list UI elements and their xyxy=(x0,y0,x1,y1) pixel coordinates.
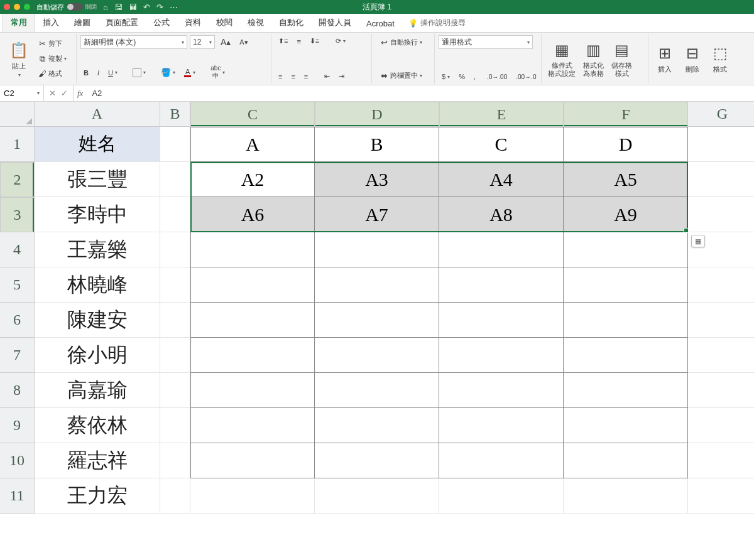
cell-F2[interactable]: A5 xyxy=(564,162,688,197)
cell-G9[interactable] xyxy=(688,408,754,443)
row-header-8[interactable]: 8 xyxy=(0,373,35,408)
cell-C10[interactable] xyxy=(190,443,315,478)
tab-draw[interactable]: 繪圖 xyxy=(67,13,98,32)
undo-icon[interactable]: ↶ xyxy=(143,3,150,12)
font-size-select[interactable]: 12▾ xyxy=(190,35,215,49)
decrease-indent-button[interactable]: ⇤ xyxy=(321,70,333,82)
comma-button[interactable]: , xyxy=(471,71,479,82)
cell-E4[interactable] xyxy=(439,232,564,267)
cell-C4[interactable] xyxy=(190,232,315,267)
cell-B9[interactable] xyxy=(160,408,190,443)
cell-F9[interactable] xyxy=(564,408,688,443)
cell-D11[interactable] xyxy=(315,478,439,514)
save-icon[interactable]: 🖫 xyxy=(114,3,123,12)
cell-B7[interactable] xyxy=(160,338,190,373)
format-cells-button[interactable]: ⬚ 格式 xyxy=(708,42,733,75)
maximize-window-icon[interactable] xyxy=(24,4,30,10)
cell-D6[interactable] xyxy=(315,303,439,338)
tab-acrobat[interactable]: Acrobat xyxy=(359,15,402,32)
cell-E9[interactable] xyxy=(439,408,564,443)
window-controls[interactable] xyxy=(4,4,30,10)
tab-view[interactable]: 檢視 xyxy=(240,13,271,32)
italic-button[interactable]: I xyxy=(94,67,102,78)
align-right-button[interactable]: ≡ xyxy=(301,71,311,82)
cell-A5[interactable]: 林曉峰 xyxy=(35,267,160,303)
percent-button[interactable]: % xyxy=(456,71,468,82)
cell-F10[interactable] xyxy=(564,443,688,478)
row-header-9[interactable]: 9 xyxy=(0,408,35,443)
tab-page-layout[interactable]: 頁面配置 xyxy=(98,13,146,32)
col-header-D[interactable]: D xyxy=(315,102,439,127)
tab-review[interactable]: 校閱 xyxy=(209,13,240,32)
delete-cells-button[interactable]: ⊟ 刪除 xyxy=(680,42,705,75)
increase-decimal-button[interactable]: .0→.00 xyxy=(484,72,510,82)
cell-D10[interactable] xyxy=(315,443,439,478)
font-name-select[interactable]: 新細明體 (本文)▾ xyxy=(80,35,187,49)
cell-F8[interactable] xyxy=(564,373,688,408)
decrease-font-button[interactable]: A▾ xyxy=(236,36,251,48)
cell-A2[interactable]: 張三豐 xyxy=(35,162,160,197)
cell-E3[interactable]: A8 xyxy=(439,197,564,232)
insert-cells-button[interactable]: ⊞ 插入 xyxy=(652,42,677,75)
tab-insert[interactable]: 插入 xyxy=(35,13,67,32)
format-as-table-button[interactable]: ▥ 格式化 為表格 xyxy=(581,39,606,78)
cell-D8[interactable] xyxy=(315,373,439,408)
chevron-down-icon[interactable]: ▾ xyxy=(18,72,21,78)
conditional-formatting-button[interactable]: ▦ 條件式 格式設定 xyxy=(545,39,578,78)
row-header-5[interactable]: 5 xyxy=(0,267,35,303)
col-header-F[interactable]: F xyxy=(564,102,688,127)
row-header-4[interactable]: 4 xyxy=(0,232,35,267)
cell-B2[interactable] xyxy=(160,162,190,197)
cell-A9[interactable]: 蔡依林 xyxy=(35,408,160,443)
cell-E10[interactable] xyxy=(439,443,564,478)
cell-B11[interactable] xyxy=(160,478,190,514)
decrease-decimal-button[interactable]: .00→.0 xyxy=(513,72,539,82)
tab-automate[interactable]: 自動化 xyxy=(271,13,311,32)
cell-D7[interactable] xyxy=(315,338,439,373)
cell-F11[interactable] xyxy=(564,478,688,514)
cell-D5[interactable] xyxy=(315,267,439,303)
increase-font-button[interactable]: A▴ xyxy=(217,35,234,49)
autosave-toggle[interactable]: 自動儲存 關閉 xyxy=(36,3,97,12)
cell-A10[interactable]: 羅志祥 xyxy=(35,443,160,478)
cell-D3[interactable]: A7 xyxy=(315,197,439,232)
cell-A11[interactable]: 王力宏 xyxy=(35,478,160,514)
cell-G3[interactable] xyxy=(688,197,754,232)
row-header-1[interactable]: 1 xyxy=(0,127,35,162)
save-as-icon[interactable]: 🖬 xyxy=(129,3,137,12)
cell-G1[interactable] xyxy=(688,127,754,162)
cell-E11[interactable] xyxy=(439,478,564,514)
cell-E5[interactable] xyxy=(439,267,564,303)
col-header-G[interactable]: G xyxy=(688,102,754,127)
cell-A3[interactable]: 李時中 xyxy=(35,197,160,232)
quick-analysis-button[interactable]: ▦ xyxy=(691,235,705,247)
cell-F3[interactable]: A9 xyxy=(564,197,688,232)
cell-D4[interactable] xyxy=(315,232,439,267)
cell-A4[interactable]: 王嘉樂 xyxy=(35,232,160,267)
cell-D1[interactable]: B xyxy=(315,127,439,162)
tab-data[interactable]: 資料 xyxy=(177,13,209,32)
cell-C7[interactable] xyxy=(190,338,315,373)
underline-button[interactable]: U▾ xyxy=(105,67,121,78)
cell-B3[interactable] xyxy=(160,197,190,232)
col-header-C[interactable]: C xyxy=(190,102,315,127)
cell-E2[interactable]: A4 xyxy=(439,162,564,197)
cell-A1[interactable]: 姓名 xyxy=(35,127,160,162)
cell-B5[interactable] xyxy=(160,267,190,303)
align-bottom-button[interactable]: ⬇≡ xyxy=(307,35,322,47)
bold-button[interactable]: B xyxy=(80,67,92,78)
col-header-B[interactable]: B xyxy=(160,102,190,127)
tab-formulas[interactable]: 公式 xyxy=(146,13,177,32)
row-header-11[interactable]: 11 xyxy=(0,478,35,514)
cell-F6[interactable] xyxy=(564,303,688,338)
cell-D2[interactable]: A3 xyxy=(315,162,439,197)
fx-icon[interactable]: fx xyxy=(74,89,87,99)
row-header-3[interactable]: 3 xyxy=(0,197,35,232)
cell-C1[interactable]: A xyxy=(190,127,315,162)
cell-G6[interactable] xyxy=(688,303,754,338)
cell-G7[interactable] xyxy=(688,338,754,373)
align-top-button[interactable]: ⬆≡ xyxy=(275,35,291,47)
cell-A6[interactable]: 陳建安 xyxy=(35,303,160,338)
cell-F1[interactable]: D xyxy=(564,127,688,162)
tell-me-search[interactable]: 💡 操作說明搜尋 xyxy=(402,14,472,32)
